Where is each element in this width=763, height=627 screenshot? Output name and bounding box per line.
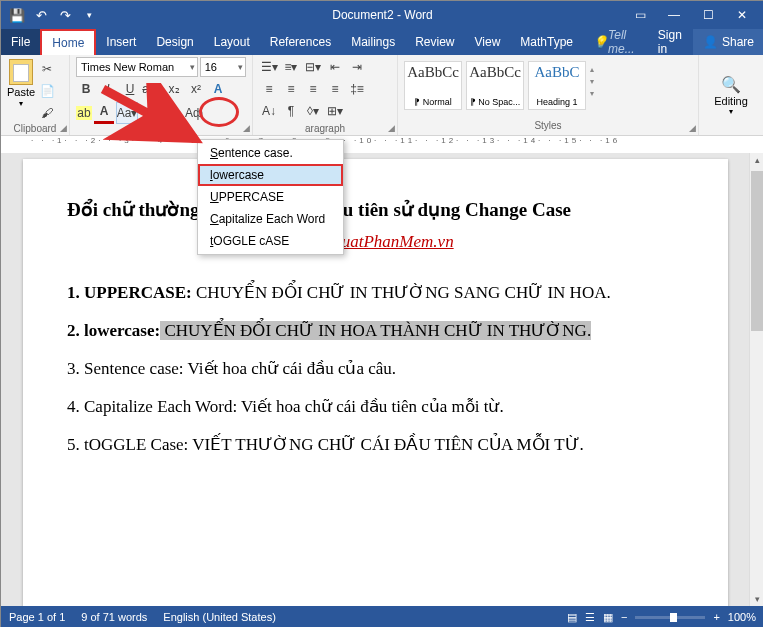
show-marks-button[interactable]: ¶ [281,101,301,121]
menu-lowercase[interactable]: lowercase [198,164,343,186]
align-center-button[interactable]: ≡ [281,79,301,99]
style-heading1[interactable]: AaBbCHeading 1 [528,61,586,110]
cut-icon[interactable]: ✂ [37,59,57,79]
align-left-button[interactable]: ≡ [259,79,279,99]
shrink-font-button[interactable]: A↓ [162,103,182,123]
doc-p3: 3. Sentence case: Viết hoa chữ cái đầu c… [67,357,684,381]
style-normal[interactable]: AaBbCc⁋ Normal [404,61,462,110]
tab-insert[interactable]: Insert [96,29,146,55]
numbering-button[interactable]: ≡▾ [281,57,301,77]
status-words[interactable]: 9 of 71 words [81,611,147,623]
font-size-combo[interactable]: 16 [200,57,246,77]
shading-button[interactable]: ◊▾ [303,101,323,121]
share-button[interactable]: 👤Share [693,29,763,55]
sort-button[interactable]: A↓ [259,101,279,121]
ribbon: Paste ▾ ✂ 📄 🖌 Clipboard ◢ Times New Roma… [1,55,763,136]
strikethrough-button[interactable]: abc [142,79,162,99]
qat-more-icon[interactable]: ▾ [81,7,97,23]
clear-format-button[interactable]: Aф [184,103,204,123]
doc-link: ThuThuatPhanMem.vn [67,230,684,254]
copy-icon[interactable]: 📄 [37,81,57,101]
dialog-launcher-icon[interactable]: ◢ [60,123,67,133]
scroll-down-icon[interactable]: ▾ [750,592,763,606]
decrease-indent-button[interactable]: ⇤ [325,57,345,77]
tell-me[interactable]: 💡 Tell me... [583,29,650,55]
scroll-up-icon[interactable]: ▴ [750,153,763,167]
sign-in[interactable]: Sign in [650,29,693,55]
borders-button[interactable]: ⊞▾ [325,101,345,121]
align-right-button[interactable]: ≡ [303,79,323,99]
menu-uppercase[interactable]: UPPERCASE [198,186,343,208]
vertical-scrollbar[interactable]: ▴ ▾ [749,153,763,606]
bold-button[interactable]: B [76,79,96,99]
status-lang[interactable]: English (United States) [163,611,276,623]
doc-p2: 2. lowercase: CHUYỂN ĐỔI CHỮ IN HOA THÀN… [67,319,684,343]
tab-design[interactable]: Design [146,29,203,55]
find-icon[interactable]: 🔍 [721,75,741,95]
group-label: aragraph [259,123,391,136]
dialog-launcher-icon[interactable]: ◢ [388,123,395,133]
group-font: Times New Roman 16 B I U abc x₂ x² A ab … [70,55,253,135]
share-icon: 👤 [703,35,718,49]
font-name-combo[interactable]: Times New Roman [76,57,198,77]
group-label: Clipboard [7,123,63,136]
tab-home[interactable]: Home [40,29,96,55]
editing-label[interactable]: Editing [714,95,748,107]
tab-review[interactable]: Review [405,29,464,55]
dialog-launcher-icon[interactable]: ◢ [689,123,696,133]
tab-layout[interactable]: Layout [204,29,260,55]
status-bar: Page 1 of 1 9 of 71 words English (Unite… [1,606,763,627]
multilevel-button[interactable]: ⊟▾ [303,57,323,77]
subscript-button[interactable]: x₂ [164,79,184,99]
highlight-button[interactable]: ab [76,106,92,120]
view-read-icon[interactable]: ▤ [567,611,577,624]
redo-icon[interactable]: ↷ [57,7,73,23]
menu-toggle-case[interactable]: tOGGLE cASE [198,230,343,252]
paste-button[interactable]: Paste ▾ [7,59,35,123]
view-web-icon[interactable]: ▦ [603,611,613,624]
close-icon[interactable]: ✕ [728,8,756,22]
style-no-spacing[interactable]: AaBbCc⁋ No Spac... [466,61,524,110]
tab-view[interactable]: View [465,29,511,55]
save-icon[interactable]: 💾 [9,7,25,23]
change-case-button[interactable]: Aa▾ [116,102,138,124]
justify-button[interactable]: ≡ [325,79,345,99]
title-bar: 💾 ↶ ↷ ▾ Document2 - Word ▭ — ☐ ✕ [1,1,763,29]
tab-mathtype[interactable]: MathType [510,29,583,55]
font-color-button[interactable]: A [94,101,114,124]
minimize-icon[interactable]: — [660,8,688,22]
tab-references[interactable]: References [260,29,341,55]
ribbon-options-icon[interactable]: ▭ [626,8,654,22]
styles-more-button[interactable]: ▴▾▾ [590,61,594,98]
line-spacing-button[interactable]: ‡≡ [347,79,367,99]
tab-file[interactable]: File [1,29,40,55]
doc-p1: 1. UPPERCASE: CHUYỂN ĐỔI CHỮ IN THƯỜNG S… [67,281,684,305]
view-print-icon[interactable]: ☰ [585,611,595,624]
menu-sentence-case[interactable]: Sentence case. [198,142,343,164]
zoom-out-icon[interactable]: − [621,611,627,623]
grow-font-button[interactable]: A↑ [140,103,160,123]
status-page[interactable]: Page 1 of 1 [9,611,65,623]
paste-icon [9,59,33,85]
change-case-dropdown: Sentence case. lowercase UPPERCASE Capit… [197,139,344,255]
zoom-slider[interactable] [635,616,705,619]
underline-button[interactable]: U [120,79,140,99]
undo-icon[interactable]: ↶ [33,7,49,23]
maximize-icon[interactable]: ☐ [694,8,722,22]
page[interactable]: Đổi chữ thường thành chữ cái đầu tiên sử… [23,159,728,606]
text-effects-button[interactable]: A [208,79,228,99]
group-clipboard: Paste ▾ ✂ 📄 🖌 Clipboard ◢ [1,55,70,135]
menu-capitalize-each[interactable]: Capitalize Each Word [198,208,343,230]
dialog-launcher-icon[interactable]: ◢ [243,123,250,133]
zoom-in-icon[interactable]: + [713,611,719,623]
tab-mailings[interactable]: Mailings [341,29,405,55]
group-editing: 🔍 Editing ▾ [699,55,763,135]
format-painter-icon[interactable]: 🖌 [37,103,57,123]
document-area: Đổi chữ thường thành chữ cái đầu tiên sử… [1,153,750,606]
superscript-button[interactable]: x² [186,79,206,99]
italic-button[interactable]: I [98,79,118,99]
increase-indent-button[interactable]: ⇥ [347,57,367,77]
scrollbar-thumb[interactable] [751,171,763,331]
bullets-button[interactable]: ☰▾ [259,57,279,77]
zoom-level[interactable]: 100% [728,611,756,623]
